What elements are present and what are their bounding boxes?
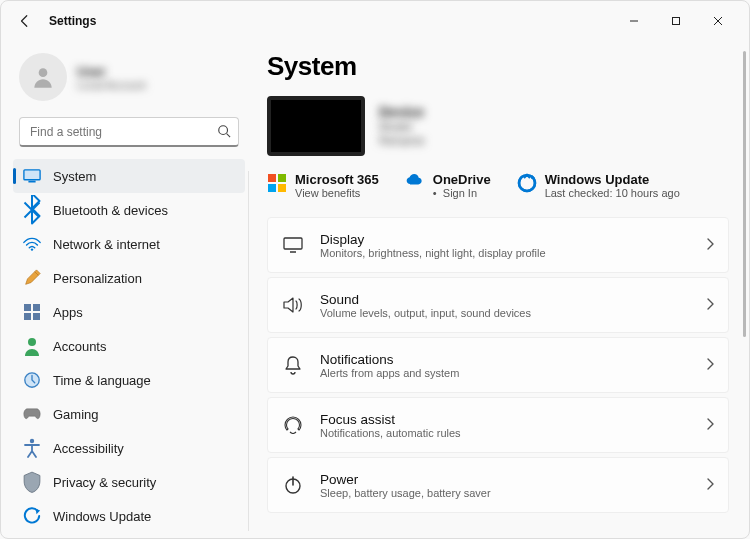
svg-point-5 — [31, 248, 33, 250]
user-subtext: Local Account — [77, 79, 146, 91]
gaming-icon — [23, 405, 41, 423]
card-subtitle: Monitors, brightness, night light, displ… — [320, 247, 706, 259]
time-icon — [23, 371, 41, 389]
chevron-right-icon — [706, 476, 714, 494]
card-title: Power — [320, 472, 706, 487]
sidebar-item-gaming[interactable]: Gaming — [13, 397, 245, 431]
scrollbar-thumb[interactable] — [743, 51, 746, 337]
sidebar-item-label: Personalization — [53, 271, 142, 286]
svg-rect-0 — [673, 18, 680, 25]
sidebar-item-label: Accessibility — [53, 441, 124, 456]
focus-icon — [282, 416, 304, 434]
system-icon — [23, 167, 41, 185]
search-icon — [217, 124, 231, 142]
privacy-icon — [23, 473, 41, 491]
svg-rect-16 — [268, 184, 276, 192]
sidebar-item-label: Privacy & security — [53, 475, 156, 490]
page-title: System — [267, 51, 729, 82]
sidebar-item-label: Windows Update — [53, 509, 151, 524]
sound-icon — [282, 296, 304, 314]
service-subtext: Last checked: 10 hours ago — [545, 187, 680, 199]
person-icon — [30, 64, 56, 90]
svg-rect-20 — [284, 238, 302, 249]
svg-point-12 — [30, 439, 34, 443]
content-pane: System Device Model Rename Microsoft 365… — [249, 41, 749, 538]
sidebar-item-label: Network & internet — [53, 237, 160, 252]
microsoft-icon — [267, 173, 287, 193]
card-subtitle: Notifications, automatic rules — [320, 427, 706, 439]
chevron-right-icon — [706, 356, 714, 374]
maximize-button[interactable] — [655, 7, 697, 35]
nav-list: SystemBluetooth & devicesNetwork & inter… — [13, 159, 245, 530]
svg-rect-14 — [268, 174, 276, 182]
sidebar-item-windowsupdate[interactable]: Windows Update — [13, 499, 245, 530]
onedrive-icon — [405, 173, 425, 193]
minimize-button[interactable] — [613, 7, 655, 35]
sidebar-item-system[interactable]: System — [13, 159, 245, 193]
svg-rect-4 — [28, 180, 35, 182]
device-info[interactable]: Device Model Rename — [267, 96, 729, 156]
sidebar-item-personalization[interactable]: Personalization — [13, 261, 245, 295]
card-subtitle: Alerts from apps and system — [320, 367, 706, 379]
service-title: Windows Update — [545, 172, 680, 187]
svg-rect-7 — [33, 304, 40, 311]
services-row: Microsoft 365 View benefits OneDrive • S… — [267, 172, 729, 199]
windowsupdate-icon — [23, 507, 41, 525]
service-title: OneDrive — [433, 172, 491, 187]
chevron-right-icon — [706, 416, 714, 434]
service-onedrive[interactable]: OneDrive • Sign In — [405, 172, 491, 199]
personalization-icon — [23, 269, 41, 287]
network-icon — [23, 235, 41, 253]
card-display[interactable]: DisplayMonitors, brightness, night light… — [267, 217, 729, 273]
sidebar-item-time[interactable]: Time & language — [13, 363, 245, 397]
svg-point-2 — [219, 126, 228, 135]
service-subtext: View benefits — [295, 187, 379, 199]
sidebar-item-apps[interactable]: Apps — [13, 295, 245, 329]
close-button[interactable] — [697, 7, 739, 35]
svg-rect-9 — [33, 313, 40, 320]
sidebar-item-label: Time & language — [53, 373, 151, 388]
card-focus[interactable]: Focus assistNotifications, automatic rul… — [267, 397, 729, 453]
vertical-scrollbar[interactable] — [743, 51, 746, 528]
svg-rect-6 — [24, 304, 31, 311]
chevron-right-icon — [706, 296, 714, 314]
svg-rect-15 — [278, 174, 286, 182]
card-title: Sound — [320, 292, 706, 307]
sidebar-item-label: Apps — [53, 305, 83, 320]
sidebar-item-bluetooth[interactable]: Bluetooth & devices — [13, 193, 245, 227]
sidebar-item-accessibility[interactable]: Accessibility — [13, 431, 245, 465]
avatar — [19, 53, 67, 101]
service-microsoft365[interactable]: Microsoft 365 View benefits — [267, 172, 379, 199]
service-title: Microsoft 365 — [295, 172, 379, 187]
power-icon — [282, 475, 304, 495]
sidebar-item-label: System — [53, 169, 96, 184]
card-power[interactable]: PowerSleep, battery usage, battery saver — [267, 457, 729, 513]
user-profile[interactable]: User Local Account — [13, 49, 245, 109]
sidebar-item-label: Gaming — [53, 407, 99, 422]
apps-icon — [23, 303, 41, 321]
sidebar-item-network[interactable]: Network & internet — [13, 227, 245, 261]
device-rename: Rename — [379, 134, 424, 148]
sidebar-item-label: Bluetooth & devices — [53, 203, 168, 218]
sidebar-item-accounts[interactable]: Accounts — [13, 329, 245, 363]
device-name: Device — [379, 104, 424, 120]
back-button[interactable] — [11, 7, 39, 35]
service-subtext: • Sign In — [433, 187, 491, 199]
search-input[interactable] — [19, 117, 239, 147]
card-notifications[interactable]: NotificationsAlerts from apps and system — [267, 337, 729, 393]
service-windows-update[interactable]: Windows Update Last checked: 10 hours ag… — [517, 172, 680, 199]
close-icon — [713, 16, 723, 26]
card-title: Notifications — [320, 352, 706, 367]
card-sound[interactable]: SoundVolume levels, output, input, sound… — [267, 277, 729, 333]
svg-marker-13 — [36, 509, 41, 514]
sidebar-separator — [248, 171, 249, 531]
svg-point-10 — [28, 338, 36, 346]
svg-point-1 — [39, 68, 48, 77]
card-title: Focus assist — [320, 412, 706, 427]
notifications-icon — [282, 355, 304, 375]
device-thumbnail — [267, 96, 365, 156]
card-subtitle: Volume levels, output, input, sound devi… — [320, 307, 706, 319]
svg-rect-3 — [24, 170, 40, 180]
search-container — [19, 117, 239, 147]
sidebar-item-privacy[interactable]: Privacy & security — [13, 465, 245, 499]
